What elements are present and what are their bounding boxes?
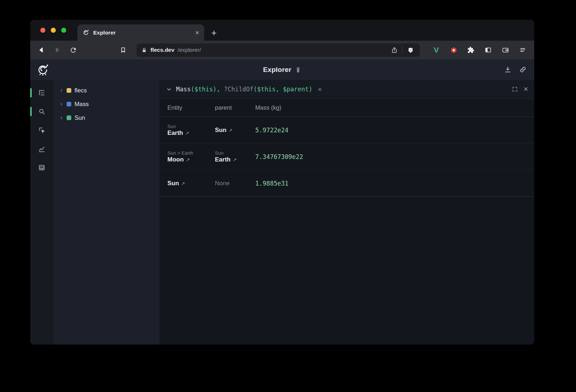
fullscreen-icon [512,86,518,92]
chevron-right-icon[interactable] [59,116,63,120]
new-tab-button[interactable]: + [211,28,217,37]
hexagon-icon [450,46,458,54]
active-panel-indicator [30,107,32,116]
mass-value: 1.9885e31 [255,180,531,187]
chevron-right-icon[interactable] [59,88,63,92]
wallet-icon [502,46,509,54]
address-bar[interactable]: flecs.dev/explorer/ [136,44,420,57]
entity-cell: Sun↗ [167,170,215,196]
rail-tree-panel-button[interactable] [34,85,50,101]
entity-tree-panel: flecsMassSun [53,80,160,345]
rail-inspect-button[interactable] [34,122,50,138]
brave-lion-icon [407,47,414,54]
download-button[interactable] [502,64,513,75]
app-body: flecsMassSun Mass($this), ?ChildOf($this… [30,80,534,345]
lock-icon[interactable] [141,47,147,53]
entity-link[interactable]: Moon [167,156,184,163]
result-row[interactable]: Sun↗None1.9885e31 [160,170,534,197]
stats-chart-icon [38,145,46,153]
mass-cell: 5.9722e24 [255,117,534,143]
browser-tab[interactable]: Explorer × [77,24,204,41]
tree-item-label: flecs [75,87,87,94]
query-text-segment: ($this, $parent) [253,86,312,93]
open-entity-arrow-icon[interactable]: ↗ [186,157,190,163]
parent-none-value: None [215,180,252,187]
sidebar-toggle-button[interactable] [482,44,495,56]
entity-parent-path: Sun [167,124,212,129]
expand-panel-button[interactable] [512,86,518,92]
back-icon [38,46,45,54]
entity-link[interactable]: Earth [215,156,230,163]
window-close-button[interactable] [40,28,45,33]
window-zoom-button[interactable] [61,28,66,33]
extensions-button[interactable] [464,44,477,56]
entity-link[interactable]: Sun [215,127,226,134]
query-expression[interactable]: Mass($this), ?ChildOf($this, $parent) [176,86,312,93]
remote-connection-icon [294,66,301,73]
reload-icon [69,46,77,54]
mass-value: 5.9722e24 [255,127,531,134]
bookmark-button[interactable] [117,44,129,56]
open-entity-arrow-icon[interactable]: ↗ [181,181,185,186]
memory-rows-icon [38,164,46,172]
search-icon [38,108,46,115]
wallet-button[interactable] [499,44,512,56]
mass-cell: 7.34767309e22 [255,143,534,170]
traffic-lights [40,28,66,33]
rail-query-panel-button[interactable] [34,104,50,119]
page-title-group: Explorer [263,66,302,74]
close-panel-button[interactable]: × [523,85,528,93]
rail-memory-button[interactable] [34,160,50,176]
copy-link-button[interactable] [517,64,528,75]
entity-parent-path: Sun [215,150,252,156]
extensions-cluster: V [430,44,529,56]
url-domain: flecs.dev [150,47,174,53]
parent-cell: Sun↗ [215,117,255,143]
tab-title: Explorer [93,29,191,36]
puzzle-icon [467,46,474,54]
tree-item-flecs[interactable]: flecs [53,83,159,97]
share-button[interactable] [390,45,399,55]
query-text-segment: ?ChildOf [224,86,253,93]
result-table-header: EntityparentMass (kg) [160,99,534,117]
back-button[interactable] [35,44,48,56]
entity-link[interactable]: Earth [167,129,183,137]
chevron-right-icon[interactable] [59,102,63,106]
entity-color-square [67,102,71,106]
entity-link[interactable]: Sun [167,180,179,187]
tree-item-label: Sun [75,114,85,121]
app-header: Explorer [30,59,534,80]
header-actions [502,64,528,75]
bookmark-icon [120,46,127,54]
tree-item-mass[interactable]: Mass [53,97,159,111]
result-row[interactable]: SunEarth↗Sun↗5.9722e24 [160,117,534,143]
browser-toolbar: flecs.dev/explorer/ V [30,41,534,59]
result-row[interactable]: Sun > EarthMoon↗SunEarth↗7.34767309e22 [160,143,534,170]
tab-close-button[interactable]: × [195,29,199,36]
brave-shields-button[interactable] [406,45,415,55]
forward-button[interactable] [51,44,63,56]
chevron-down-icon[interactable] [166,86,172,92]
open-entity-arrow-icon[interactable]: ↗ [233,157,237,163]
rail-statistics-button[interactable] [34,141,50,157]
column-header: Mass (kg) [255,104,534,111]
reload-button[interactable] [67,44,79,56]
open-entity-arrow-icon[interactable]: ↗ [185,131,189,136]
vue-devtools-icon: V [434,46,439,54]
menu-button[interactable] [516,44,529,56]
column-header: parent [215,104,255,111]
vue-devtools-extension-button[interactable]: V [430,44,443,56]
query-clear-button[interactable]: × [318,86,322,93]
window-minimize-button[interactable] [51,28,56,33]
link-icon [519,66,527,73]
entity-parent-path: Sun > Earth [167,150,212,156]
open-entity-arrow-icon[interactable]: ↗ [229,128,233,133]
query-panel: Mass($this), ?ChildOf($this, $parent) × … [160,80,534,345]
flecs-logo-icon [36,63,49,76]
parent-cell: SunEarth↗ [215,143,255,170]
tree-item-sun[interactable]: Sun [53,111,159,124]
query-actions: × [512,85,528,93]
hexagon-extension-button[interactable] [447,44,460,56]
inspect-cursor-icon [38,126,46,134]
share-icon [391,47,398,54]
